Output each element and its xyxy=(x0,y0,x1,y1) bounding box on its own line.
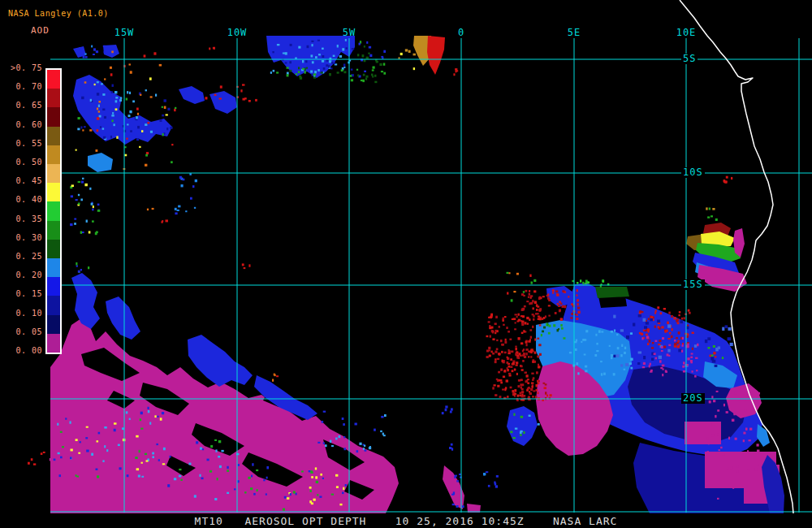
speckle xyxy=(136,468,139,470)
speckle xyxy=(564,305,566,308)
speckle xyxy=(679,314,680,316)
speckle xyxy=(508,366,510,368)
speckle xyxy=(542,296,545,297)
speckle xyxy=(71,184,74,187)
speckle xyxy=(339,55,342,58)
speckle xyxy=(128,115,131,117)
speckle xyxy=(160,418,162,420)
speckle xyxy=(667,324,671,327)
speckle xyxy=(328,65,330,67)
speckle xyxy=(499,379,502,382)
speckle xyxy=(312,61,314,63)
speckle xyxy=(496,340,498,341)
speckle xyxy=(116,136,118,139)
speckle xyxy=(555,312,557,314)
speckle xyxy=(339,435,341,438)
speckle xyxy=(167,108,170,110)
speckle xyxy=(175,107,176,109)
speckle xyxy=(585,330,588,332)
speckle xyxy=(520,315,523,317)
data-blob-blue-band-2 xyxy=(106,296,140,340)
speckle xyxy=(716,391,719,392)
speckle xyxy=(683,370,685,373)
speckle xyxy=(309,470,311,472)
speckle xyxy=(383,63,385,66)
speckle xyxy=(649,365,650,367)
speckle xyxy=(520,416,523,418)
speckle xyxy=(577,311,580,314)
speckle xyxy=(525,348,528,351)
speckle xyxy=(621,344,623,347)
speckle xyxy=(538,316,540,318)
speckle xyxy=(530,356,532,357)
speckle xyxy=(192,185,194,188)
speckle xyxy=(504,341,507,344)
speckle xyxy=(757,450,759,452)
speckle xyxy=(148,407,149,409)
speckle xyxy=(296,493,297,496)
speckle xyxy=(536,371,538,374)
speckle xyxy=(504,352,507,353)
speckle xyxy=(315,467,317,470)
speckle xyxy=(89,129,92,132)
speckle xyxy=(145,453,147,455)
speckle xyxy=(100,126,102,128)
speckle xyxy=(274,374,275,376)
speckle xyxy=(495,332,496,335)
speckle xyxy=(266,493,267,495)
speckle xyxy=(569,352,572,353)
speckle xyxy=(127,123,128,125)
speckle xyxy=(132,101,135,103)
speckle xyxy=(28,462,30,465)
speckle xyxy=(214,47,215,50)
speckle xyxy=(712,208,715,210)
speckle xyxy=(78,194,80,196)
speckle xyxy=(707,216,710,218)
speckle xyxy=(712,423,715,426)
speckle xyxy=(668,344,671,346)
speckle xyxy=(720,447,723,448)
legend-tick-label: 0. 55 xyxy=(0,139,42,148)
speckle xyxy=(552,289,555,292)
speckle xyxy=(513,318,516,320)
speckle xyxy=(708,347,710,349)
speckle xyxy=(119,99,122,102)
speckle xyxy=(445,409,447,411)
speckle xyxy=(735,438,737,440)
speckle xyxy=(106,449,108,452)
speckle xyxy=(577,303,579,305)
speckle xyxy=(533,279,536,282)
speckle xyxy=(316,481,318,483)
speckle xyxy=(311,54,313,57)
speckle xyxy=(196,441,198,444)
speckle xyxy=(352,48,354,50)
speckle xyxy=(654,353,656,355)
speckle xyxy=(179,469,181,470)
speckle xyxy=(620,364,623,366)
speckle xyxy=(381,71,383,72)
speckle xyxy=(663,346,665,348)
speckle xyxy=(499,326,500,328)
speckle xyxy=(97,93,99,95)
speckle xyxy=(490,314,493,316)
speckle xyxy=(730,343,733,346)
speckle xyxy=(697,344,699,346)
speckle xyxy=(129,63,131,65)
speckle xyxy=(84,126,86,128)
legend-tick-label: >0. 75 xyxy=(0,63,42,72)
speckle xyxy=(147,122,149,123)
speckle xyxy=(663,308,666,309)
speckle xyxy=(136,138,139,141)
speckle xyxy=(581,341,582,343)
speckle xyxy=(489,325,490,327)
speckle xyxy=(366,41,368,44)
speckle xyxy=(277,44,279,45)
speckle xyxy=(710,215,713,217)
speckle xyxy=(159,64,162,67)
speckle xyxy=(650,318,653,321)
speckle xyxy=(529,290,530,292)
speckle xyxy=(525,372,527,374)
speckle xyxy=(287,497,289,500)
speckle xyxy=(732,419,734,422)
speckle xyxy=(709,400,711,403)
